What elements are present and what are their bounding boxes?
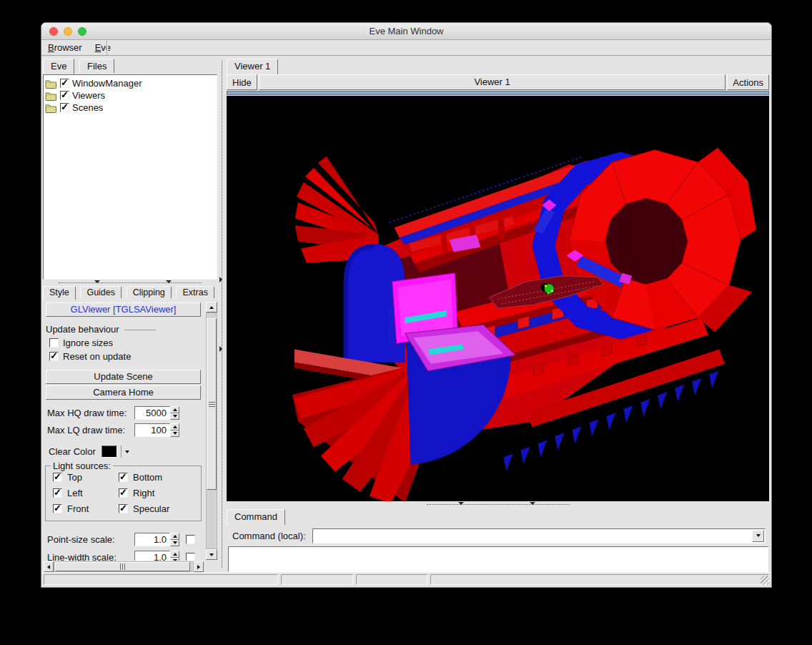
triangle-down-icon (173, 432, 177, 435)
tree-item-checkbox[interactable] (60, 91, 69, 100)
scrollbar-track[interactable] (54, 561, 194, 572)
spin-down-button[interactable] (170, 430, 179, 438)
command-output[interactable] (228, 546, 768, 572)
grip-icon (209, 404, 215, 405)
tab-guides[interactable]: Guides (80, 286, 122, 298)
splitter-viewer-command[interactable] (225, 501, 771, 508)
menu-browser[interactable]: Browser (41, 41, 89, 55)
camera-home-button[interactable]: Camera Home (46, 385, 201, 400)
folder-icon (45, 103, 57, 113)
scroll-up-button[interactable] (206, 302, 217, 312)
light-source-option: Left (53, 488, 119, 498)
point-size-spinner: 1.0 (134, 533, 179, 546)
eve-tree: WindowManager Viewers (43, 74, 217, 280)
tab-viewer-1[interactable]: Viewer 1 (227, 59, 278, 74)
style-horizontal-scrollbar[interactable] (44, 561, 204, 572)
light-source-checkbox[interactable] (53, 504, 62, 513)
triangle-up-icon (173, 408, 177, 411)
point-size-value[interactable]: 1.0 (134, 533, 170, 546)
tree-item-checkbox[interactable] (60, 103, 69, 112)
tree-item-checkbox[interactable] (60, 79, 69, 88)
chevron-down-icon (94, 280, 100, 283)
triangle-up-icon (173, 553, 177, 556)
hide-button[interactable]: Hide (227, 74, 257, 90)
tab-extras[interactable]: Extras (176, 286, 214, 298)
max-hq-value[interactable]: 5000 (134, 406, 170, 420)
line-width-label: Line-width scale: (47, 552, 134, 561)
tree-item-label: Viewers (72, 90, 105, 101)
splitter-tree-style[interactable] (41, 280, 219, 286)
light-source-checkbox[interactable] (119, 473, 128, 482)
style-tab-row: Style Guides Clipping Extras (41, 286, 219, 301)
splitter-left-right[interactable] (219, 56, 225, 572)
triangle-down-icon (756, 534, 761, 537)
folder-icon (45, 91, 57, 101)
clear-color-swatch[interactable] (102, 445, 117, 458)
light-source-label: Bottom (133, 472, 162, 483)
line-width-checkbox[interactable] (186, 553, 195, 561)
update-scene-button[interactable]: Update Scene (46, 370, 201, 384)
spin-up-button[interactable] (170, 551, 179, 558)
point-size-label: Point-size scale: (47, 534, 134, 545)
tree-item[interactable]: WindowManager (45, 77, 215, 89)
tree-item[interactable]: Scenes (45, 102, 215, 114)
style-vertical-scrollbar[interactable] (206, 302, 217, 560)
tree-item[interactable]: Viewers (45, 89, 215, 102)
tab-files[interactable]: Files (79, 59, 114, 73)
scrollbar-thumb[interactable] (55, 562, 190, 571)
gl-viewport[interactable] (227, 96, 769, 501)
spin-up-button[interactable] (170, 406, 179, 413)
line-width-value[interactable]: 1.0 (134, 551, 170, 561)
scrollbar-thumb[interactable] (207, 318, 217, 490)
light-source-checkbox[interactable] (53, 473, 62, 482)
clear-color-dropdown[interactable] (121, 445, 129, 458)
eve-main-window: Eve Main Window Browser Eve Eve Files (41, 22, 772, 588)
spin-down-button[interactable] (170, 540, 179, 547)
update-behaviour-label: Update behaviour (46, 324, 119, 335)
scroll-left-button[interactable] (44, 561, 54, 572)
folder-icon (45, 79, 57, 89)
statusbar-section (430, 574, 769, 585)
statusbar-section (281, 574, 353, 585)
triangle-down-icon (173, 415, 177, 418)
glviewer-button[interactable]: GLViewer [TGLSAViewer] (46, 302, 201, 317)
scrollbar-track[interactable] (206, 312, 217, 549)
light-source-checkbox[interactable] (53, 488, 62, 498)
close-button[interactable] (49, 27, 58, 36)
command-row: Command (local): (225, 524, 771, 544)
tab-clipping[interactable]: Clipping (127, 286, 172, 298)
ignore-sizes-checkbox[interactable] (49, 338, 59, 348)
zoom-button[interactable] (78, 27, 86, 36)
actions-button[interactable]: Actions (727, 74, 769, 90)
grip-icon (122, 563, 123, 570)
viewer-tab-row: Viewer 1 (225, 56, 771, 74)
spin-up-button[interactable] (170, 423, 179, 430)
command-combobox[interactable] (312, 528, 766, 543)
menubar-separator (107, 40, 107, 55)
titlebar[interactable]: Eve Main Window (41, 23, 771, 40)
light-source-option: Front (53, 503, 119, 514)
tab-command[interactable]: Command (227, 509, 285, 525)
spin-up-button[interactable] (170, 533, 179, 540)
traffic-lights (49, 27, 86, 36)
reset-on-update-checkbox[interactable] (49, 352, 59, 361)
spin-down-button[interactable] (170, 413, 179, 420)
resize-grip[interactable] (761, 576, 770, 585)
tab-eve[interactable]: Eve (43, 59, 74, 74)
max-lq-value[interactable]: 100 (134, 423, 170, 437)
scroll-down-button[interactable] (206, 549, 217, 560)
combobox-dropdown-button[interactable] (752, 530, 764, 542)
viewer-title-bar[interactable]: Viewer 1 (259, 74, 726, 90)
scroll-right-button[interactable] (194, 561, 204, 572)
light-source-checkbox[interactable] (119, 504, 128, 513)
line-width-spinner: 1.0 (134, 551, 179, 561)
window-title: Eve Main Window (369, 26, 443, 36)
point-size-checkbox[interactable] (186, 535, 195, 544)
minimize-button[interactable] (64, 27, 72, 36)
light-source-checkbox[interactable] (119, 488, 128, 498)
tab-style[interactable]: Style (43, 286, 76, 300)
light-sources-group: Light sources: Top Bottom Left (45, 466, 202, 521)
detector-model (227, 96, 769, 501)
spin-down-button[interactable] (170, 558, 179, 561)
menu-eve[interactable]: Eve (89, 41, 117, 55)
